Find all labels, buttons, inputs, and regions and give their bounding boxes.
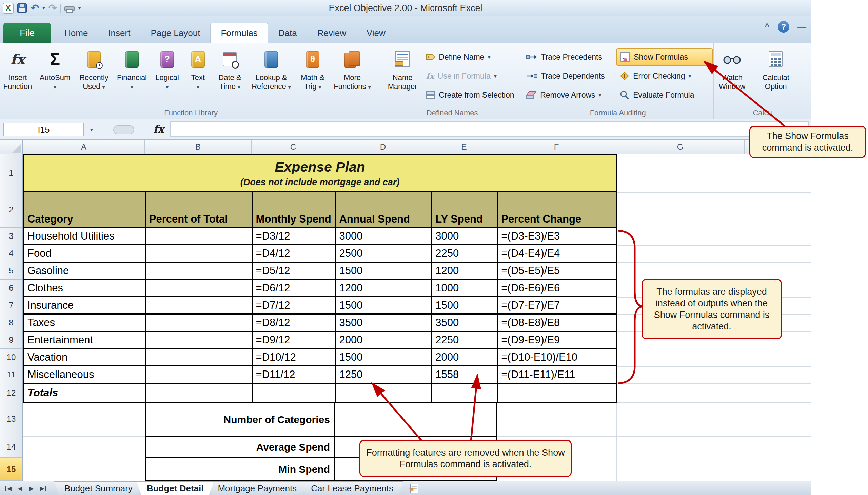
cell-A9[interactable]: Entertainment (24, 332, 146, 349)
cell-F9[interactable]: =(D9-E9)/E9 (498, 332, 617, 349)
first-sheet-button[interactable]: ◀ (3, 482, 14, 494)
row-header-4[interactable]: 4 (0, 245, 22, 262)
cell-F12[interactable] (498, 384, 617, 403)
formula-input[interactable] (170, 121, 809, 137)
cell-D9[interactable]: 2000 (336, 332, 432, 349)
cell-C9[interactable]: =D9/12 (253, 332, 336, 349)
next-sheet-button[interactable]: ▶ (26, 482, 37, 494)
cell-C12[interactable] (253, 384, 336, 403)
cell-B6[interactable] (146, 280, 253, 297)
row-header-1[interactable]: 1 (0, 154, 22, 192)
cell-F11[interactable]: =(D11-E11)/E11 (498, 366, 617, 384)
cell-D7[interactable]: 1500 (336, 297, 432, 314)
name-manager-button[interactable]: NameManager (383, 46, 423, 91)
cell-A5[interactable]: Gasoline (24, 262, 146, 280)
watch-window-button[interactable]: WatchWindow (714, 46, 750, 91)
trace-dependents-button[interactable]: Trace Dependents (522, 67, 616, 85)
cell-D13[interactable] (335, 404, 496, 436)
cell-B8[interactable] (146, 314, 253, 332)
help-icon[interactable]: ? (778, 21, 789, 33)
cell-F7[interactable]: =(D7-E7)/E7 (498, 297, 617, 314)
cell-C3[interactable]: =D3/12 (253, 228, 336, 245)
cell-F6[interactable]: =(D6-E6)/E6 (498, 280, 617, 297)
define-name-button[interactable]: Define Name ▾ (423, 48, 517, 67)
cell-E3[interactable]: 3000 (432, 228, 498, 245)
cell-C5[interactable]: =D5/12 (253, 262, 336, 280)
cell-B13-number-of-categories[interactable]: Number of Categories (146, 404, 335, 436)
cell-B9[interactable] (146, 332, 253, 349)
row-header-3[interactable]: 3 (0, 228, 22, 245)
row-header-2[interactable]: 2 (0, 192, 22, 228)
cell-A2[interactable]: Category (24, 192, 146, 228)
minimize-window-icon[interactable]: — (797, 22, 806, 32)
row-header-5[interactable]: 5 (0, 262, 22, 279)
cell-A8[interactable]: Taxes (24, 314, 146, 332)
cell-A4[interactable]: Food (24, 245, 146, 262)
cell-B11[interactable] (146, 366, 253, 384)
cell-C6[interactable]: =D6/12 (253, 280, 336, 297)
cell-D6[interactable]: 1200 (336, 280, 432, 297)
tab-insert[interactable]: Insert (98, 23, 140, 43)
cell-D4[interactable]: 2500 (336, 245, 432, 262)
tab-file[interactable]: File (3, 23, 51, 43)
insert-function-fx-button[interactable]: fx (153, 123, 164, 135)
sheet-tab-mortgage-payments[interactable]: Mortgage Payments (208, 481, 307, 495)
cell-B12[interactable] (146, 384, 253, 403)
more-functions-button[interactable]: MoreFunctions ▾ (330, 46, 374, 91)
lookup-reference-button[interactable]: Lookup &Reference ▾ (248, 46, 295, 91)
column-header-a[interactable]: A (23, 140, 145, 154)
cell-D3[interactable]: 3000 (336, 228, 432, 245)
select-all-corner[interactable] (0, 140, 23, 154)
cell-E12[interactable] (432, 384, 498, 403)
cell-B4[interactable] (146, 245, 253, 262)
row-header-10[interactable]: 10 (0, 349, 22, 366)
cell-B15-min-spend[interactable]: Min Spend (146, 458, 335, 480)
cell-A3[interactable]: Household Utilities (24, 228, 146, 245)
logical-button[interactable]: ? Logical▾ (150, 46, 184, 91)
recently-used-button[interactable]: RecentlyUsed ▾ (75, 46, 113, 91)
remove-arrows-button[interactable]: Remove Arrows ▾ (522, 85, 616, 104)
sheet-tab-budget-summary[interactable]: Budget Summary (54, 481, 143, 495)
cell-C10[interactable]: =D10/12 (253, 349, 336, 366)
insert-function-button[interactable]: fx InsertFunction (0, 46, 35, 91)
cell-D8[interactable]: 3500 (336, 314, 432, 332)
cell-F8[interactable]: =(D8-E8)/E8 (498, 314, 617, 332)
row-header-8[interactable]: 8 (0, 314, 22, 331)
column-header-f[interactable]: F (497, 140, 616, 154)
cell-B7[interactable] (146, 297, 253, 314)
cell-E4[interactable]: 2250 (432, 245, 498, 262)
row-header-13[interactable]: 13 (0, 403, 22, 436)
cell-E10[interactable]: 2000 (432, 349, 498, 366)
tab-review[interactable]: Review (307, 23, 356, 43)
minimize-ribbon-icon[interactable]: ^ (765, 22, 770, 32)
cell-E11[interactable]: 1558 (432, 366, 498, 384)
math-trig-button[interactable]: θ Math &Trig ▾ (295, 46, 330, 91)
cell-C7[interactable]: =D7/12 (253, 297, 336, 314)
show-formulas-button[interactable]: 15 Show Formulas (616, 48, 713, 66)
cell-F4[interactable]: =(D4-E4)/E4 (498, 245, 617, 262)
cell-F3[interactable]: =(D3-E3)/E3 (498, 228, 617, 245)
tab-formulas[interactable]: Formulas (210, 23, 268, 43)
financial-button[interactable]: Financial▾ (113, 46, 150, 91)
evaluate-formula-button[interactable]: Evaluate Formula (616, 85, 713, 104)
cell-F5[interactable]: =(D5-E5)/E5 (498, 262, 617, 280)
sheet-tab-car-lease-payments[interactable]: Car Lease Payments (301, 481, 404, 495)
cell-B14-average-spend[interactable]: Average Spend (146, 437, 335, 457)
row-header-9[interactable]: 9 (0, 331, 22, 349)
cell-A10[interactable]: Vacation (24, 349, 146, 366)
autosum-button[interactable]: Σ AutoSum▾ (35, 46, 75, 91)
create-from-selection-button[interactable]: Create from Selection (423, 85, 517, 104)
calculation-options-button[interactable]: CalculatOption (750, 46, 801, 91)
cell-F10[interactable]: =(D10-E10)/E10 (498, 349, 617, 366)
cell-A12-totals[interactable]: Totals (24, 384, 146, 403)
error-checking-button[interactable]: ! Error Checking ▾ (616, 67, 713, 85)
trace-precedents-button[interactable]: Trace Precedents (522, 48, 616, 67)
cell-E2[interactable]: LY Spend (432, 192, 498, 228)
date-time-button[interactable]: Date &Time ▾ (212, 46, 248, 91)
row-header-7[interactable]: 7 (0, 297, 22, 314)
cell-B10[interactable] (146, 349, 253, 366)
cell-E6[interactable]: 1000 (432, 280, 498, 297)
cell-E5[interactable]: 1200 (432, 262, 498, 280)
formula-bar-buttons[interactable] (113, 125, 134, 134)
sheet-tab-budget-detail[interactable]: Budget Detail (137, 481, 214, 495)
